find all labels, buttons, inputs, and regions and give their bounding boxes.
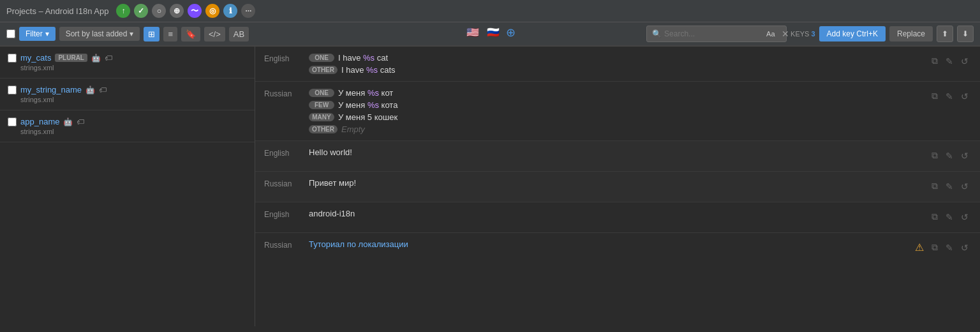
app-name-checkbox[interactable] — [8, 117, 17, 126]
history-action-btn[interactable]: ↺ — [958, 55, 971, 68]
trans-text-one-ru: У меня %s кот — [338, 88, 393, 98]
trans-row-my-string-en: English Hello world! ⧉ ✎ ↺ — [255, 141, 980, 172]
trans-text-tutorial: Туториал по локализации — [309, 239, 408, 249]
trans-actions-my-cats-ru: ⧉ ✎ ↺ — [929, 88, 971, 103]
add-key-button[interactable]: Add key Ctrl+K — [819, 26, 886, 42]
trans-content-my-cats-ru: ONE У меня %s кот FEW У меня %s кота MAN… — [309, 88, 929, 134]
select-all-checkbox[interactable] — [6, 29, 15, 38]
add-language-button[interactable]: ⊕ — [506, 27, 516, 38]
history-action-string-ru[interactable]: ↺ — [958, 180, 971, 193]
edit-action-btn-ru[interactable]: ✎ — [943, 90, 956, 103]
filter-button[interactable]: Filter ▾ — [19, 27, 56, 41]
lang-label-app-en: English — [264, 209, 309, 219]
sort-button[interactable]: Sort by last added ▾ — [59, 27, 140, 41]
tag-icon: 🏷 — [105, 54, 112, 63]
key-header: my_cats PLURAL 🤖 🏷 — [8, 53, 247, 63]
edit-action-string-en[interactable]: ✎ — [943, 149, 956, 162]
ab-button[interactable]: AB — [229, 27, 249, 42]
key-name-my-cats: my_cats — [20, 53, 51, 63]
bookmark-button[interactable]: 🔖 — [181, 27, 200, 42]
plural-tag-few-ru: FEW — [309, 101, 334, 109]
trans-actions-app-en: ⧉ ✎ ↺ — [929, 209, 971, 223]
history-action-string-en[interactable]: ↺ — [958, 149, 971, 162]
plural-row-one-ru: ONE У меня %s кот — [309, 88, 929, 98]
main-content: my_cats PLURAL 🤖 🏷 strings.xml my_string… — [0, 47, 980, 326]
upload-btn[interactable]: ↑ — [116, 4, 130, 18]
lang-label-string-ru: Russian — [264, 178, 309, 188]
copy-action-btn-ru[interactable]: ⧉ — [929, 89, 940, 103]
plural-tag-many-ru: MANY — [309, 113, 334, 121]
key-file-app-name: strings.xml — [20, 128, 247, 135]
camera-btn[interactable]: ◎ — [205, 4, 219, 18]
trans-row-app-en: English android-i18n ⧉ ✎ ↺ — [255, 202, 980, 233]
trans-content-app-en: android-i18n — [309, 209, 929, 218]
my-string-name-checkbox[interactable] — [8, 86, 17, 94]
copy-action-string-en[interactable]: ⧉ — [929, 149, 940, 162]
check-btn[interactable]: ✓ — [134, 4, 148, 18]
key-row-my-cats[interactable]: my_cats PLURAL 🤖 🏷 strings.xml — [0, 47, 255, 79]
plural-tag-one-ru: ONE — [309, 89, 334, 97]
download-icon-btn[interactable]: ⬇ — [957, 26, 974, 42]
keys-label: KEYS 3 — [791, 30, 815, 38]
trans-text-hello-world: Hello world! — [309, 147, 352, 157]
key-header: app_name 🤖 🏷 — [8, 117, 247, 126]
edit-action-app-en[interactable]: ✎ — [943, 211, 956, 223]
var-other: %s — [366, 65, 378, 75]
key-row-app-name[interactable]: app_name 🤖 🏷 strings.xml — [0, 110, 255, 142]
right-panel: English ONE I have %s cat OTHER I have %… — [255, 47, 980, 326]
circle-btn[interactable]: ○ — [152, 4, 166, 18]
history-action-btn-ru[interactable]: ↺ — [958, 90, 971, 103]
var-one: %s — [363, 53, 375, 63]
android-icon: 🤖 — [85, 86, 95, 94]
trans-actions-app-ru: ⚠ ⧉ ✎ ↺ — [915, 239, 971, 254]
copy-action-app-en[interactable]: ⧉ — [929, 210, 940, 223]
russian-flag[interactable]: 🇷🇺 — [486, 27, 501, 38]
upload-icon-btn[interactable]: ⬆ — [937, 26, 953, 42]
history-action-app-en[interactable]: ↺ — [958, 211, 971, 223]
trans-text-other-en: I have %s cats — [341, 65, 396, 75]
trans-text-android-i18n: android-i18n — [309, 209, 355, 218]
top-bar: Projects – Android I18n App ↑ ✓ ○ ⊕ 〜 ◎ … — [0, 0, 980, 22]
grid-view-button[interactable]: ⊞ — [144, 27, 160, 42]
left-panel: my_cats PLURAL 🤖 🏷 strings.xml my_string… — [0, 47, 255, 326]
history-action-app-ru[interactable]: ↺ — [958, 241, 971, 254]
copy-action-app-ru[interactable]: ⧉ — [929, 241, 940, 254]
var-one-ru: %s — [368, 88, 379, 98]
sort-chevron-icon: ▾ — [130, 29, 133, 38]
info-btn[interactable]: ℹ — [223, 4, 237, 18]
toolbar: Filter ▾ Sort by last added ▾ ⊞ ≡ 🔖 </> … — [0, 22, 980, 46]
lang-label-string-en: English — [264, 147, 309, 158]
edit-action-string-ru[interactable]: ✎ — [943, 180, 956, 193]
trans-row-my-cats-english: English ONE I have %s cat OTHER I have %… — [255, 47, 980, 82]
english-flag[interactable]: 🇺🇸 — [465, 27, 480, 38]
plural-tag-other: OTHER — [309, 66, 338, 74]
more-btn[interactable]: ··· — [241, 4, 255, 18]
key-header: my_string_name 🤖 🏷 — [8, 85, 247, 94]
my-cats-checkbox[interactable] — [8, 54, 17, 63]
case-sensitive-button[interactable]: Aa — [762, 29, 778, 39]
lang-label-english: English — [264, 53, 309, 63]
lang-label-app-ru: Russian — [264, 239, 309, 250]
wave-btn[interactable]: 〜 — [188, 4, 202, 18]
sort-label: Sort by last added — [66, 29, 128, 38]
replace-button[interactable]: Replace — [889, 26, 933, 42]
keys-count: 3 — [811, 30, 815, 38]
android-icon: 🤖 — [91, 54, 101, 63]
trans-row-my-string-ru: Russian Привет мир! ⧉ ✎ ↺ — [255, 172, 980, 202]
add-btn[interactable]: ⊕ — [170, 4, 184, 18]
list-view-button[interactable]: ≡ — [163, 27, 177, 42]
key-row-my-string-name[interactable]: my_string_name 🤖 🏷 strings.xml — [0, 79, 255, 110]
search-input[interactable] — [664, 29, 760, 38]
code-button[interactable]: </> — [204, 27, 225, 42]
trans-row-my-cats-russian: Russian ONE У меня %s кот FEW У меня %s … — [255, 82, 980, 141]
plural-row-few-ru: FEW У меня %s кота — [309, 100, 929, 110]
trans-content-app-ru: Туториал по локализации — [309, 239, 915, 249]
plural-row-one-en: ONE I have %s cat — [309, 53, 929, 63]
key-name-my-string-name: my_string_name — [20, 85, 82, 94]
copy-action-btn[interactable]: ⧉ — [929, 54, 940, 68]
trans-actions-string-ru: ⧉ ✎ ↺ — [929, 178, 971, 193]
copy-action-string-ru[interactable]: ⧉ — [929, 179, 940, 193]
clear-search-button[interactable]: ✕ — [782, 29, 789, 39]
edit-action-btn[interactable]: ✎ — [943, 55, 956, 68]
edit-action-app-ru[interactable]: ✎ — [943, 241, 956, 254]
